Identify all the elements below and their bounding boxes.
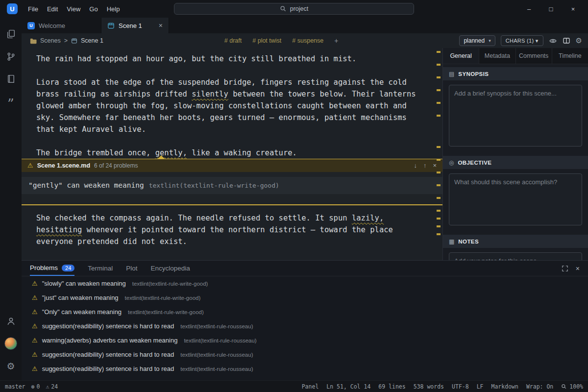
editor-line: that kept Auravel alive. — [36, 123, 442, 135]
problem-row[interactable]: ⚠warning(adverbs) adverbs can weaken mea… — [22, 376, 588, 380]
notes-textarea[interactable] — [449, 252, 582, 260]
menu-go[interactable]: Go — [85, 4, 102, 14]
chars-button[interactable]: CHARS (1) ▾ — [501, 35, 543, 46]
language-mode-item[interactable]: Markdown — [491, 383, 518, 390]
problem-row[interactable]: ⚠"just" can weaken meaningtextlint(textl… — [22, 291, 588, 305]
quotes-icon[interactable]: ” — [0, 90, 22, 113]
encoding-item[interactable]: UTF-8 — [452, 383, 469, 390]
section-header-objective[interactable]: ◎ OBJECTIVE — [443, 156, 588, 169]
activity-bar: ” ⚙ — [0, 18, 22, 380]
error-count-item[interactable]: ⊗ 0 — [31, 383, 40, 390]
minimize-button[interactable]: – — [518, 0, 540, 18]
problems-list: ⚠"slowly" can weaken meaningtextlint(tex… — [22, 276, 588, 380]
eol-item[interactable]: LF — [477, 383, 484, 390]
tab-problems[interactable]: Problems 24 — [30, 261, 74, 276]
problem-message: suggestion(readibility) sentence is hard… — [42, 322, 174, 330]
tab-general[interactable]: General — [443, 48, 479, 64]
editor-line: The bridge trembled once, gently, like a… — [36, 147, 442, 159]
problem-row[interactable]: ⚠"Only" can weaken meaningtextlint(textl… — [22, 305, 588, 319]
warning-ruler-mark — [437, 225, 441, 227]
editor-text: She checked the compass again. The needl… — [36, 214, 352, 222]
warning-ruler-mark — [437, 51, 441, 53]
problem-row[interactable]: ⚠warning(adverbs) adverbs can weaken mea… — [22, 333, 588, 347]
scene-tag[interactable]: # suspense — [292, 37, 323, 44]
tab-timeline[interactable]: Timeline — [552, 48, 588, 64]
close-button[interactable]: × — [562, 0, 584, 18]
zoom-icon — [561, 384, 567, 390]
tab-terminal[interactable]: Terminal — [88, 261, 113, 276]
line-count-item[interactable]: 69 lines — [378, 383, 405, 390]
cursor-position-item[interactable]: Ln 51, Col 14 — [326, 383, 370, 390]
tab-scene-1[interactable]: Scene 1 × — [101, 18, 169, 33]
word-count-item[interactable]: 538 words — [414, 383, 444, 390]
peek-problem-source: textlint(textlint-rule-write-good) — [149, 180, 279, 192]
problem-row[interactable]: ⚠"slowly" can weaken meaningtextlint(tex… — [22, 276, 588, 291]
editor[interactable]: The rain had stopped an hour ago, but th… — [22, 48, 442, 260]
problem-row[interactable]: ⚠suggestion(readibility) sentence is har… — [22, 347, 588, 362]
synopsis-textarea[interactable] — [449, 85, 582, 147]
tab-metadata[interactable]: Metadata — [479, 48, 515, 64]
menu-help[interactable]: Help — [102, 4, 124, 14]
peek-problem-row[interactable]: "gently" can weaken meaning textlint(tex… — [22, 177, 442, 194]
status-bar: master ⊗ 0 ⚠ 24 PanelLn 51, Col 1469 lin… — [0, 380, 588, 392]
close-tab-icon[interactable]: × — [159, 22, 163, 29]
book-icon[interactable] — [0, 68, 22, 90]
tab-welcome[interactable]: U Welcome — [22, 18, 101, 33]
user-avatar[interactable] — [0, 332, 22, 355]
command-center-search[interactable]: project — [174, 3, 414, 15]
git-branch-item[interactable]: master — [5, 383, 25, 390]
problem-row[interactable]: ⚠suggestion(readibility) sentence is har… — [22, 362, 588, 376]
folder-icon — [29, 37, 37, 45]
problem-message: "slowly" can weaken meaning — [42, 280, 126, 287]
scene-tag[interactable]: # draft — [224, 37, 242, 44]
problem-row[interactable]: ⚠suggestion(readibility) sentence is har… — [22, 319, 588, 333]
warning-icon: ⚠ — [32, 337, 38, 344]
breadcrumb-folder: Scenes — [40, 37, 61, 44]
accounts-icon[interactable] — [0, 310, 22, 332]
panel-toggle-item[interactable]: Panel — [302, 383, 319, 390]
section-header-synopsis[interactable]: ▤ SYNOPSIS — [443, 67, 588, 80]
prev-problem-icon[interactable]: ↑ — [423, 160, 427, 172]
objective-textarea[interactable] — [449, 173, 582, 225]
section-title: SYNOPSIS — [458, 71, 489, 77]
tab-plot[interactable]: Plot — [126, 261, 137, 276]
preview-eye-icon[interactable] — [549, 37, 557, 45]
warning-ruler-mark — [437, 76, 441, 78]
close-peek-icon[interactable]: × — [433, 160, 437, 172]
menu-file[interactable]: File — [24, 4, 43, 14]
warning-icon: ⚠ — [32, 308, 38, 316]
source-control-icon[interactable] — [0, 45, 22, 68]
problem-source: textlint(textlint-rule-rousseau) — [180, 366, 253, 372]
scene-status-select[interactable]: planned ▾ — [459, 35, 495, 46]
maximize-panel-icon[interactable] — [562, 265, 568, 272]
warning-ruler-mark — [437, 233, 441, 235]
menu-edit[interactable]: Edit — [43, 4, 62, 14]
chevron-down-icon: ▾ — [489, 38, 491, 43]
next-problem-icon[interactable]: ↓ — [414, 160, 417, 172]
editor-text: Liora stood at the edge of the suspended… — [36, 78, 407, 87]
zoom-item[interactable]: 100% — [561, 383, 583, 390]
scene-tag[interactable]: # plot twist — [252, 37, 281, 44]
lint-warning-text: lazily, — [352, 214, 384, 222]
breadcrumb[interactable]: Scenes > Scene 1 — [29, 37, 103, 45]
scene-tags: # draft# plot twist# suspense+ — [108, 37, 455, 45]
maximize-button[interactable]: □ — [540, 0, 562, 18]
add-tag-button[interactable]: + — [334, 37, 338, 45]
close-panel-icon[interactable]: × — [576, 265, 580, 272]
tab-comments[interactable]: Comments — [516, 48, 552, 64]
problem-source: textlint(textlint-rule-rousseau) — [180, 352, 253, 358]
menu-view[interactable]: View — [62, 4, 85, 14]
warning-count-item[interactable]: ⚠ 24 — [46, 383, 58, 390]
tab-encyclopedia[interactable]: Encyclopedia — [151, 261, 190, 276]
editor-text: sky. Somewhere far beneath her boots, ge… — [36, 113, 407, 122]
gear-icon[interactable]: ⚙ — [576, 36, 582, 45]
warning-ruler-mark — [437, 197, 441, 199]
settings-icon[interactable]: ⚙ — [0, 355, 22, 377]
word-wrap-item[interactable]: Wrap: On — [526, 383, 553, 390]
lint-warning-text: silently — [192, 90, 228, 98]
editor-text: between the towers below. Their lanterns — [228, 90, 416, 98]
files-icon[interactable] — [0, 23, 22, 45]
split-editor-icon[interactable] — [563, 37, 570, 45]
section-header-notes[interactable]: ▦ NOTES — [443, 235, 588, 248]
editor-line: The rain had stopped an hour ago, but th… — [36, 53, 442, 65]
